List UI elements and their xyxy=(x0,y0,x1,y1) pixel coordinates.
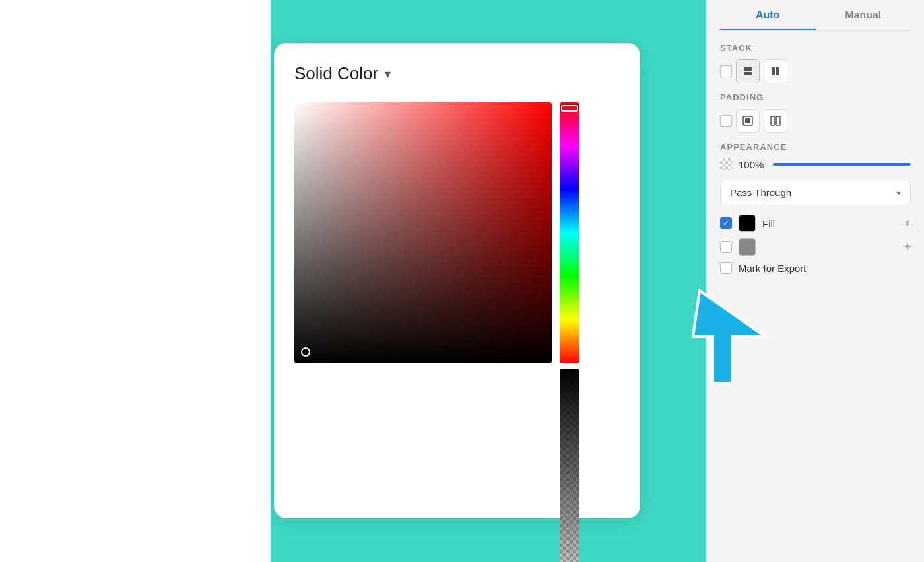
fill-checkbox-1[interactable] xyxy=(720,217,732,229)
fill-row-1: Fill ⌖ xyxy=(720,215,911,232)
svg-rect-5 xyxy=(745,118,750,123)
gradient-thumb[interactable] xyxy=(301,347,310,357)
opacity-checkerboard-icon xyxy=(720,158,732,170)
fill-eyedropper-2[interactable]: ⌖ xyxy=(905,241,911,253)
opacity-percent: 100% xyxy=(739,159,766,170)
svg-rect-3 xyxy=(776,67,779,75)
tab-auto[interactable]: Auto xyxy=(720,0,816,30)
fill-label-1: Fill xyxy=(762,218,898,229)
blend-mode-dropdown[interactable]: Pass Through ▾ xyxy=(720,180,911,205)
mark-export-row: Mark for Export xyxy=(720,262,911,274)
svg-rect-2 xyxy=(772,67,775,75)
right-panel: Auto Manual Stack Padding xyxy=(706,0,924,562)
mark-export-checkbox[interactable] xyxy=(720,262,732,274)
svg-rect-0 xyxy=(744,67,752,71)
color-picker-modal: Solid Color ▾ Hex ▾ 100% ⌖ + xyxy=(274,43,640,518)
stack-checkbox[interactable] xyxy=(720,65,732,77)
svg-rect-1 xyxy=(744,72,752,75)
mark-export-label: Mark for Export xyxy=(739,263,807,274)
left-panel xyxy=(0,0,271,562)
fill-checkbox-2[interactable] xyxy=(720,241,732,253)
blend-mode-chevron-icon: ▾ xyxy=(896,188,901,198)
fill-row-2: ⌖ xyxy=(720,238,911,256)
alpha-slider[interactable] xyxy=(560,369,579,562)
opacity-row: 100% xyxy=(720,158,911,170)
tab-manual[interactable]: Manual xyxy=(816,0,911,30)
padding-btn-2[interactable] xyxy=(764,109,787,133)
stack-label: Stack xyxy=(720,43,911,53)
color-gradient-area[interactable] xyxy=(294,102,552,363)
appearance-label: APPEARANCE xyxy=(720,142,911,152)
stack-controls xyxy=(720,59,911,83)
blend-mode-label: Pass Through xyxy=(730,187,896,198)
padding-checkbox[interactable] xyxy=(720,115,732,127)
sliders-column xyxy=(560,102,579,562)
fill-swatch-2[interactable] xyxy=(739,238,756,256)
stack-btn-1[interactable] xyxy=(736,59,760,83)
tabs-row: Auto Manual xyxy=(720,0,911,31)
picker-dropdown-icon[interactable]: ▾ xyxy=(385,67,391,81)
fill-eyedropper-1[interactable]: ⌖ xyxy=(905,217,911,229)
padding-controls xyxy=(720,109,911,133)
fill-swatch-1[interactable] xyxy=(739,215,756,232)
hue-thumb[interactable] xyxy=(561,105,578,112)
hue-slider[interactable] xyxy=(560,102,579,363)
svg-rect-6 xyxy=(771,116,775,125)
padding-btn-1[interactable] xyxy=(736,109,760,133)
opacity-track[interactable] xyxy=(773,163,911,166)
padding-label: Padding xyxy=(720,92,911,102)
stack-btn-2[interactable] xyxy=(764,59,787,83)
svg-rect-7 xyxy=(776,116,780,125)
picker-header: Solid Color ▾ xyxy=(294,63,620,84)
picker-main-row xyxy=(294,102,620,562)
appearance-section: APPEARANCE 100% Pass Through ▾ Fill ⌖ ⌖ xyxy=(720,142,911,274)
picker-title: Solid Color xyxy=(294,63,378,84)
